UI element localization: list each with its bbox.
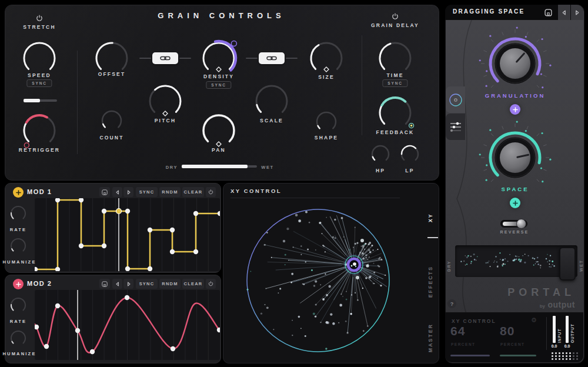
mod1-enable-badge[interactable]: [13, 187, 24, 198]
space-label: SPACE: [501, 186, 529, 192]
brand-line: by output: [481, 299, 575, 310]
input-meter-value: 0.0: [549, 344, 560, 348]
grip-dot: [576, 358, 578, 360]
stretch-power-icon[interactable]: [36, 15, 43, 22]
reverse-toggle[interactable]: [500, 220, 527, 228]
preset-save-button[interactable]: [543, 8, 553, 17]
link-density-size-button[interactable]: [259, 52, 285, 64]
drywet-slider[interactable]: [182, 165, 257, 168]
grip-dot: [559, 355, 560, 357]
mod2-enable-badge[interactable]: [13, 279, 24, 289]
mod1-prev-button[interactable]: [112, 187, 122, 197]
speed-mini-slider-fill: [24, 99, 40, 102]
mod2-rndm-button[interactable]: RNDM: [159, 279, 181, 289]
sidetab-xy-view[interactable]: [446, 86, 465, 113]
mod2-next-button[interactable]: [123, 279, 133, 289]
link-line: [139, 58, 151, 59]
xy-pad[interactable]: [223, 183, 438, 362]
grip-dot: [555, 358, 557, 360]
mod2-power-button[interactable]: [206, 279, 216, 289]
offset-label: OFFSET: [98, 71, 126, 77]
tab-master[interactable]: MASTER: [427, 316, 433, 359]
triangle-left-icon: [115, 190, 120, 195]
tab-xy[interactable]: XY: [427, 205, 433, 231]
output-logo: output: [547, 300, 575, 309]
count-label: COUNT: [99, 135, 123, 141]
grip-dot: [569, 352, 571, 354]
grip-dot: [573, 352, 574, 354]
grain-delay-power-icon[interactable]: [392, 13, 399, 20]
drywet-slider-fill: [182, 165, 248, 168]
grip-dot: [562, 355, 564, 357]
output-meter: [566, 316, 569, 343]
triangle-right-icon: [126, 190, 131, 195]
mod1-next-button[interactable]: [123, 187, 133, 197]
link-line: [286, 58, 298, 59]
triangle-right-icon: [574, 10, 580, 15]
sliders-icon: [449, 121, 463, 133]
plus-icon: [16, 282, 21, 287]
mod2-curve-editor[interactable]: [35, 290, 220, 360]
link-speed-density-button[interactable]: [152, 52, 178, 64]
grip-dot: [573, 355, 574, 357]
mod2-clear-button[interactable]: CLEAR: [182, 279, 204, 289]
mod1-save-button[interactable]: [99, 187, 110, 197]
plus-icon: [16, 190, 21, 195]
grip-dot: [552, 355, 553, 357]
mod1-sync-button[interactable]: SYNC: [136, 187, 158, 197]
grip-dot: [566, 352, 567, 354]
grip-dot: [559, 358, 560, 360]
size-label: SIZE: [318, 74, 335, 80]
resize-grip-dots[interactable]: [552, 352, 581, 361]
portal-logo: PORTAL: [481, 286, 575, 299]
grip-dot: [566, 355, 567, 357]
power-icon: [208, 189, 213, 195]
xy-y-value: 80: [500, 324, 514, 338]
hp-label: HP: [376, 168, 385, 174]
save-icon: [102, 189, 108, 195]
scale-label: SCALE: [260, 118, 283, 124]
grip-dot: [552, 352, 553, 354]
grip-dot: [559, 352, 560, 354]
page-title: GRAIN CONTROLS: [5, 11, 438, 20]
bottom-xy-title: XY CONTROL: [452, 318, 496, 324]
mod1-humanize-knob[interactable]: [3, 231, 34, 263]
plus-icon: [513, 107, 518, 112]
granulation-label: GRANULATION: [485, 92, 545, 99]
bottom-divider: [546, 317, 547, 350]
granulation-add-mod-button[interactable]: [510, 104, 520, 115]
save-icon: [544, 9, 552, 16]
strip-dry-label: DRY: [447, 252, 451, 272]
space-add-mod-button[interactable]: [510, 198, 520, 208]
triangle-left-icon: [562, 10, 567, 15]
mod2-humanize-label: HUMANIZE: [2, 351, 36, 356]
grip-dot: [552, 358, 553, 360]
reverse-toggle-knob[interactable]: [516, 219, 526, 229]
xy-x-bar: [450, 355, 490, 356]
speed-mini-slider[interactable]: [24, 99, 57, 102]
grip-dot: [555, 352, 557, 354]
mod1-clear-button[interactable]: CLEAR: [182, 187, 204, 197]
help-button[interactable]: ?: [447, 299, 456, 308]
mod1-power-button[interactable]: [206, 187, 216, 197]
speed-label: SPEED: [28, 72, 51, 78]
sidetab-sliders-view[interactable]: [446, 114, 465, 140]
mod1-rndm-button[interactable]: RNDM: [159, 187, 181, 197]
mod1-rate-knob[interactable]: [3, 198, 34, 231]
mod2-save-button[interactable]: [99, 279, 110, 289]
density-sync-button[interactable]: SYNC: [206, 81, 231, 89]
tab-effects[interactable]: EFFECTS: [427, 253, 433, 311]
time-sync-button[interactable]: SYNC: [382, 79, 407, 87]
mod1-step-editor[interactable]: [35, 198, 220, 271]
preset-prev-button[interactable]: [558, 5, 570, 20]
preset-next-button[interactable]: [571, 5, 583, 20]
portal-plugin-window: GRAIN CONTROLS STRETCH SPEED SYNC RETRIG…: [0, 0, 588, 367]
time-label: TIME: [386, 72, 403, 78]
drywet-strip-handle[interactable]: [559, 247, 576, 281]
gear-icon[interactable]: ⚙: [531, 316, 537, 324]
mod2-sync-button[interactable]: SYNC: [136, 279, 158, 289]
mod2-rate-knob[interactable]: [3, 290, 34, 323]
mod2-prev-button[interactable]: [112, 279, 122, 289]
speed-sync-button[interactable]: SYNC: [26, 79, 52, 87]
circle-target-icon: [448, 92, 463, 108]
